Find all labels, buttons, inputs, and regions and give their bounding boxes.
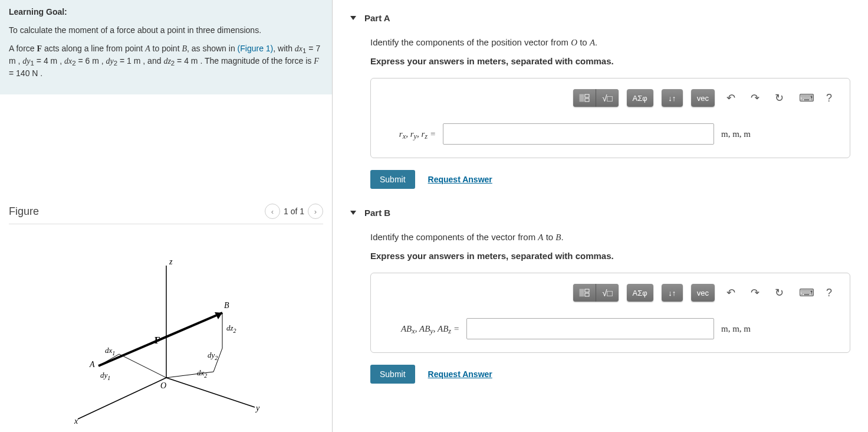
part-b-toolbar: √□ ΑΣφ ↓↑ vec ↶ ↷ ↻ ⌨ ? <box>383 284 838 302</box>
svg-line-2 <box>78 378 166 419</box>
svg-text:x: x <box>74 417 78 426</box>
svg-text:B: B <box>224 301 229 310</box>
part-a-header[interactable]: Part A <box>350 6 850 30</box>
part-b-title: Part B <box>364 208 390 218</box>
right-pane: Part A Identify the components of the po… <box>333 0 868 432</box>
part-a-input-row: rx, ry, rz = m, m, m <box>383 123 838 145</box>
learning-goal-intro: To calculate the moment of a force about… <box>9 24 323 37</box>
part-a: Part A Identify the components of the po… <box>350 6 850 189</box>
part-a-var-label: rx, ry, rz = <box>383 129 436 139</box>
part-a-answer-input[interactable] <box>443 123 714 145</box>
greek-button[interactable]: ΑΣφ <box>627 284 653 302</box>
problem-statement: A force F acts along a line from point A… <box>9 42 323 80</box>
arrows-button[interactable]: ↓↑ <box>662 89 683 107</box>
part-b-units: m, m, m <box>721 324 751 334</box>
figure-image: z y x O A B F dx1 dy1 dx2 dy2 dz2 <box>9 242 323 431</box>
part-b-submit-button[interactable]: Submit <box>370 365 415 384</box>
part-b-var-label: ABx, ABy, ABz = <box>383 324 459 334</box>
part-b: Part B Identify the components of the ve… <box>350 201 850 384</box>
template-button[interactable] <box>573 284 596 302</box>
greek-button[interactable]: ΑΣφ <box>627 89 653 107</box>
math-tools-group: √□ <box>573 284 618 302</box>
svg-text:z: z <box>169 257 173 266</box>
svg-rect-26 <box>585 289 589 292</box>
part-b-answer-box: √□ ΑΣφ ↓↑ vec ↶ ↷ ↻ ⌨ ? ABx, ABy, ABz = <box>370 273 850 353</box>
part-b-instruction: Express your answers in meters, separate… <box>370 251 850 261</box>
figure-page-indicator: 1 of 1 <box>284 207 304 216</box>
part-b-header[interactable]: Part B <box>350 201 850 225</box>
learning-goal-box: Learning Goal: To calculate the moment o… <box>0 0 332 94</box>
part-a-instruction: Express your answers in meters, separate… <box>370 56 850 66</box>
part-a-actions: Submit Request Answer <box>370 170 850 189</box>
math-tools-group: √□ <box>573 89 618 107</box>
figure-header: Figure ‹ 1 of 1 › <box>9 204 323 224</box>
redo-button[interactable]: ↷ <box>747 284 763 302</box>
undo-button[interactable]: ↶ <box>723 284 739 302</box>
figure-link[interactable]: (Figure 1) <box>238 44 274 53</box>
sqrt-button[interactable]: √□ <box>596 89 618 107</box>
svg-rect-24 <box>585 99 589 102</box>
part-a-units: m, m, m <box>721 129 751 139</box>
part-a-toolbar: √□ ΑΣφ ↓↑ vec ↶ ↷ ↻ ⌨ ? <box>383 89 838 107</box>
svg-rect-23 <box>585 94 589 97</box>
svg-text:F: F <box>154 335 160 345</box>
svg-rect-25 <box>580 289 584 296</box>
part-a-submit-button[interactable]: Submit <box>370 170 415 189</box>
svg-line-1 <box>166 378 255 407</box>
part-a-question: Identify the components of the position … <box>370 36 850 49</box>
part-a-title: Part A <box>364 13 390 23</box>
part-b-answer-input[interactable] <box>466 318 714 339</box>
help-icon[interactable]: ? <box>826 92 832 104</box>
help-icon[interactable]: ? <box>826 287 832 299</box>
svg-text:dy2: dy2 <box>208 351 218 361</box>
part-a-answer-box: √□ ΑΣφ ↓↑ vec ↶ ↷ ↻ ⌨ ? rx, ry, rz = <box>370 78 850 158</box>
chevron-down-icon <box>350 211 356 215</box>
svg-text:A: A <box>89 360 95 369</box>
svg-rect-27 <box>585 293 589 296</box>
figure-next-button[interactable]: › <box>308 204 323 219</box>
reset-button[interactable]: ↻ <box>771 89 787 107</box>
vec-button[interactable]: vec <box>691 284 715 302</box>
redo-button[interactable]: ↷ <box>747 89 763 107</box>
keyboard-button[interactable]: ⌨ <box>795 284 818 302</box>
part-b-actions: Submit Request Answer <box>370 365 850 384</box>
svg-line-3 <box>119 354 166 378</box>
figure-prev-button[interactable]: ‹ <box>265 204 280 219</box>
learning-goal-heading: Learning Goal: <box>9 7 67 17</box>
svg-text:y: y <box>255 404 260 413</box>
figure-title: Figure <box>9 205 39 218</box>
keyboard-button[interactable]: ⌨ <box>795 89 818 107</box>
part-a-body: Identify the components of the position … <box>350 36 850 189</box>
svg-text:O: O <box>160 381 166 390</box>
part-b-question: Identify the components of the vector fr… <box>370 231 850 244</box>
svg-text:dx2: dx2 <box>197 368 207 379</box>
figure-nav: ‹ 1 of 1 › <box>265 204 323 219</box>
part-b-input-row: ABx, ABy, ABz = m, m, m <box>383 318 838 339</box>
svg-text:dy1: dy1 <box>100 371 110 381</box>
part-b-body: Identify the components of the vector fr… <box>350 231 850 384</box>
chevron-down-icon <box>350 16 356 20</box>
svg-line-8 <box>98 313 222 366</box>
part-b-request-answer-link[interactable]: Request Answer <box>428 369 492 379</box>
svg-text:dx1: dx1 <box>105 346 115 356</box>
svg-text:dz2: dz2 <box>226 323 236 334</box>
figure-region: Figure ‹ 1 of 1 › <box>0 94 332 432</box>
template-button[interactable] <box>573 89 596 107</box>
left-pane: Learning Goal: To calculate the moment o… <box>0 0 333 432</box>
undo-button[interactable]: ↶ <box>723 89 739 107</box>
part-a-request-answer-link[interactable]: Request Answer <box>428 175 492 184</box>
sqrt-button[interactable]: √□ <box>596 284 618 302</box>
reset-button[interactable]: ↻ <box>771 284 787 302</box>
svg-rect-22 <box>580 94 584 102</box>
vec-button[interactable]: vec <box>691 89 715 107</box>
arrows-button[interactable]: ↓↑ <box>662 284 683 302</box>
